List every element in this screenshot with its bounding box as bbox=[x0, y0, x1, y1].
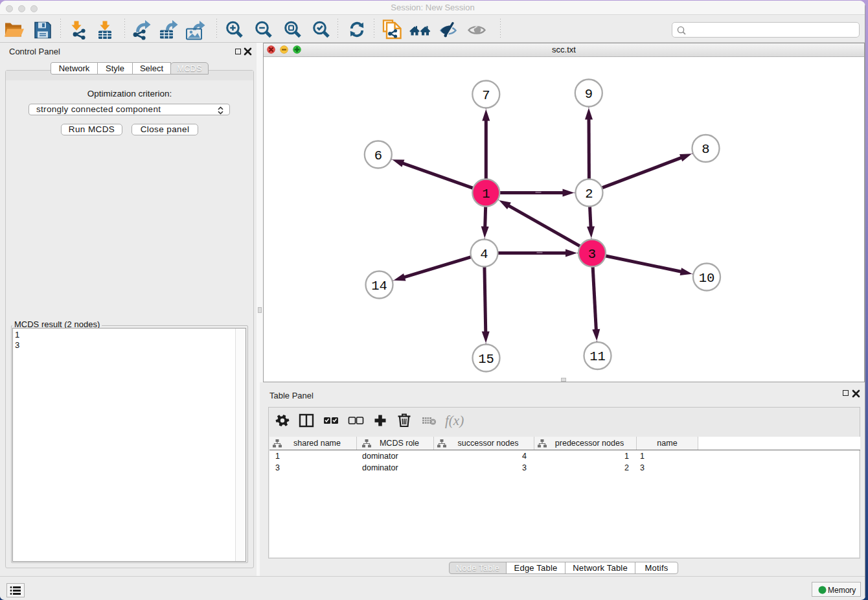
svg-text:2: 2 bbox=[585, 187, 593, 202]
svg-text:9: 9 bbox=[585, 87, 593, 102]
svg-text:7: 7 bbox=[482, 88, 490, 103]
svg-text:4: 4 bbox=[480, 247, 488, 262]
svg-text:10: 10 bbox=[699, 271, 715, 286]
svg-text:1: 1 bbox=[482, 187, 490, 202]
svg-text:8: 8 bbox=[702, 142, 709, 157]
svg-text:15: 15 bbox=[478, 352, 494, 367]
svg-text:14: 14 bbox=[371, 279, 387, 294]
svg-text:11: 11 bbox=[589, 349, 606, 364]
svg-text:3: 3 bbox=[588, 247, 596, 262]
svg-text:6: 6 bbox=[374, 148, 382, 163]
svg-text:f(x): f(x) bbox=[445, 413, 464, 428]
